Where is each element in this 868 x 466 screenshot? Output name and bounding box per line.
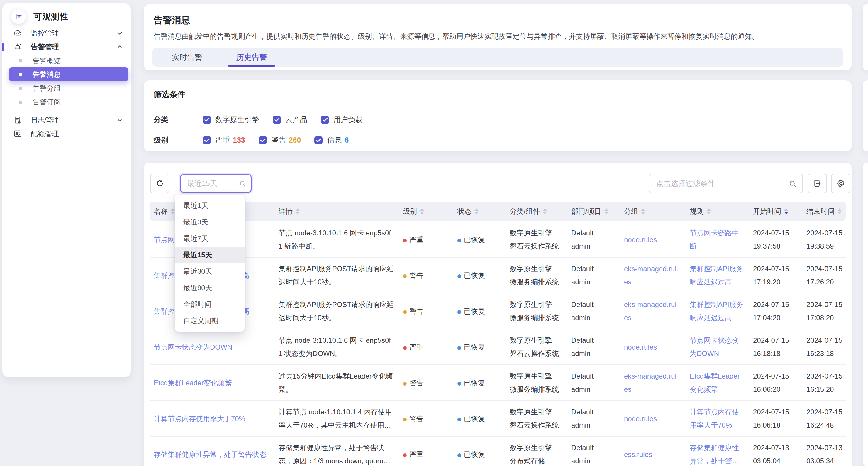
- search-icon: [239, 180, 246, 187]
- sidebar-item-quota[interactable]: 配额管理: [2, 127, 131, 141]
- sort-desc-icon: [543, 212, 547, 214]
- filter-option[interactable]: 云产品: [273, 115, 307, 124]
- checkbox-checked-icon[interactable]: [273, 116, 281, 124]
- table-row: 集群控制API服务响应延迟过高集群控制API服务POST请求的响应延迟时间大于1…: [150, 258, 846, 293]
- rule-link[interactable]: 集群控制API服务响应延迟过高: [690, 262, 745, 288]
- cell-line: 16:06:20: [753, 383, 806, 396]
- sort-arrows-icon[interactable]: [837, 208, 842, 214]
- checkbox-checked-icon[interactable]: [314, 136, 322, 144]
- column-header-rule[interactable]: 规则: [690, 207, 753, 216]
- time-option[interactable]: 最近90天: [175, 280, 245, 296]
- group-link[interactable]: node.rules: [624, 341, 680, 354]
- checkbox-checked-icon[interactable]: [259, 136, 267, 144]
- sidebar-item-alert-groups[interactable]: 告警分组: [9, 81, 128, 95]
- filter-option[interactable]: 严重133: [203, 135, 245, 145]
- filter-option[interactable]: 数字原生引擎: [203, 115, 259, 124]
- sidebar-item-alert-overview[interactable]: 告警概览: [9, 54, 128, 67]
- sort-arrows-icon[interactable]: [474, 208, 478, 214]
- refresh-button[interactable]: [150, 174, 169, 193]
- cell-line: 16:06:18: [753, 418, 806, 432]
- cell-line: 1 状态变为DOWN。: [279, 347, 397, 360]
- group-link[interactable]: node.rules: [624, 233, 680, 246]
- sort-arrows-icon[interactable]: [784, 208, 788, 214]
- column-header-cat[interactable]: 分类/组件: [510, 207, 571, 216]
- status-dot-icon: [458, 239, 461, 242]
- rule-link[interactable]: 节点网卡链路中断: [690, 226, 745, 253]
- sidebar-item-alert-messages[interactable]: 告警消息: [9, 67, 128, 81]
- column-header-dept[interactable]: 部门/项目: [571, 207, 624, 216]
- rule-link[interactable]: Etcd集群Leader变化频繁: [690, 370, 745, 396]
- rule-link[interactable]: 存储集群健康性异常，处于警…: [690, 441, 745, 466]
- tab-history-alerts[interactable]: 历史告警: [228, 48, 275, 67]
- time-option[interactable]: 最近1天: [175, 198, 245, 214]
- sort-arrows-icon[interactable]: [296, 208, 300, 214]
- cell-start-time: 2024-07-1303:05:04: [753, 441, 806, 466]
- group-link[interactable]: eks-managed.rules: [624, 370, 680, 396]
- sidebar-item-logs[interactable]: 日志管理: [2, 113, 131, 127]
- cell-line: 17:08:20: [806, 311, 844, 324]
- sort-arrows-icon[interactable]: [420, 208, 424, 214]
- cell-end-time: 2024-07-1516:24:48: [806, 405, 844, 432]
- cell-line: 2024-07-15: [753, 226, 806, 239]
- time-option[interactable]: 全部时间: [175, 296, 245, 313]
- table-filter-placeholder: 点击选择过滤条件: [656, 179, 788, 188]
- alert-name-link[interactable]: Etcd集群Leader变化频繁: [154, 379, 232, 387]
- checkbox-checked-icon[interactable]: [321, 116, 329, 124]
- column-header-group[interactable]: 分组: [624, 207, 690, 216]
- checkbox-checked-icon[interactable]: [203, 116, 211, 124]
- filter-option[interactable]: 警告260: [259, 135, 301, 145]
- rule-link[interactable]: 计算节点内存使用率大于70%: [690, 405, 745, 432]
- time-option[interactable]: 自定义周期: [175, 313, 245, 329]
- time-option[interactable]: 最近30天: [175, 263, 245, 280]
- cell-line: eks-managed.rul: [624, 262, 680, 275]
- filter-row-level: 级别 严重133警告260信息6: [154, 135, 362, 145]
- sort-arrows-icon[interactable]: [170, 208, 175, 214]
- column-header-end[interactable]: 结束时间: [806, 207, 844, 216]
- column-header-start[interactable]: 开始时间: [753, 207, 806, 216]
- settings-button[interactable]: [831, 174, 850, 193]
- group-link[interactable]: eks-managed.rules: [624, 262, 680, 288]
- group-link[interactable]: ess.rules: [624, 448, 680, 461]
- time-option[interactable]: 最近15天: [175, 247, 245, 263]
- level-label: 严重: [409, 236, 424, 243]
- filter-label-level: 级别: [154, 135, 203, 145]
- alert-name-link[interactable]: 计算节点内存使用率大于70%: [154, 415, 245, 423]
- filter-option[interactable]: 用户负载: [321, 115, 363, 124]
- alert-name-link[interactable]: 存储集群健康性异常，处于警告状态: [154, 450, 266, 458]
- rule-link[interactable]: 集群控制API服务响应延迟过高: [690, 298, 745, 324]
- column-header-level[interactable]: 级别: [403, 207, 458, 216]
- sidebar-item-label: 告警管理: [31, 42, 59, 52]
- sort-desc-icon: [420, 212, 424, 214]
- cell-details: 节点 node-3:10.10.1.6 网卡 enp5s0f1 链路中断。: [279, 226, 403, 253]
- sidebar-item-alert-subscriptions[interactable]: 告警订阅: [9, 95, 128, 109]
- column-header-status[interactable]: 状态: [458, 207, 510, 216]
- rule-link[interactable]: 节点网卡状态变为DOWN: [690, 334, 745, 360]
- filter-title: 筛选条件: [154, 89, 851, 100]
- sort-arrows-icon[interactable]: [641, 208, 645, 214]
- sidebar-item-alert[interactable]: 告警管理: [2, 40, 131, 54]
- tab-realtime-alerts[interactable]: 实时告警: [164, 48, 211, 67]
- cell-status: 已恢复: [458, 304, 510, 318]
- time-option[interactable]: 最近3天: [175, 214, 245, 230]
- column-header-details[interactable]: 详情: [279, 207, 403, 216]
- filter-option[interactable]: 信息6: [314, 135, 349, 145]
- cell-line: 17:04:20: [753, 311, 806, 324]
- cell-details: 存储集群健康性异常，处于警告状态，原因：1/3 mons down, quoru…: [279, 441, 403, 466]
- sidebar-item-monitor[interactable]: 监控管理: [2, 26, 131, 40]
- time-range-input[interactable]: 最近15天: [180, 174, 252, 193]
- sidebar-toggle-button[interactable]: [11, 9, 26, 24]
- group-link[interactable]: eks-managed.rules: [624, 298, 680, 324]
- table-toolbar: 最近15天 点击选择过滤条件: [150, 174, 843, 193]
- checkbox-checked-icon[interactable]: [203, 136, 211, 144]
- alert-name-link[interactable]: 节点网卡状态变为DOWN: [154, 343, 232, 351]
- export-button[interactable]: [808, 174, 827, 193]
- cell-line: 16:23:18: [806, 347, 844, 360]
- cell-line: 磐石云操作系统: [510, 239, 571, 253]
- sort-arrows-icon[interactable]: [604, 208, 609, 214]
- table-filter-input[interactable]: 点击选择过滤条件: [649, 174, 803, 193]
- sort-arrows-icon[interactable]: [543, 208, 547, 214]
- time-option[interactable]: 最近7天: [175, 230, 245, 247]
- group-link[interactable]: node.rules: [624, 412, 680, 425]
- cell-line: 分布式存储: [510, 454, 571, 466]
- sort-arrows-icon[interactable]: [707, 208, 711, 214]
